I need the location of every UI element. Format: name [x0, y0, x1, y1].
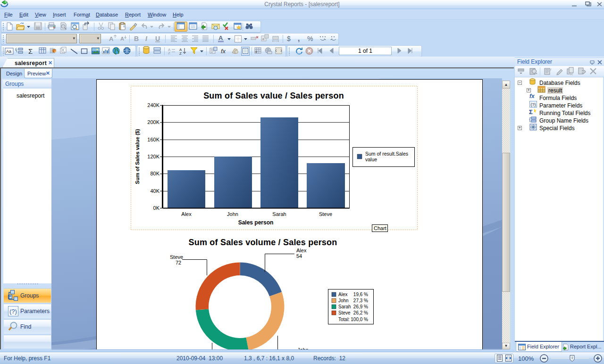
svg-text:Sarah: Sarah: [272, 211, 286, 217]
svg-text:Steve: Steve: [338, 310, 351, 315]
svg-text:(?): (?): [9, 308, 17, 315]
svg-text:fx: fx: [529, 93, 535, 99]
svg-text:(?): (?): [531, 102, 536, 107]
svg-text:Steve: Steve: [170, 254, 183, 260]
svg-text:{: {: [16, 48, 17, 52]
svg-text:I: I: [145, 35, 148, 42]
svg-text:{: {: [529, 116, 531, 122]
svg-text:240K: 240K: [147, 102, 159, 108]
svg-text:B: B: [134, 35, 139, 42]
svg-text:fx: fx: [221, 48, 226, 55]
svg-text:26,2 %: 26,2 %: [353, 310, 368, 315]
svg-text:Sum of result.Sales: Sum of result.Sales: [365, 151, 408, 157]
svg-text:Σ: Σ: [529, 108, 533, 116]
svg-text:value: value: [365, 157, 377, 162]
svg-text:72: 72: [176, 260, 181, 265]
svg-text:80K: 80K: [150, 171, 159, 176]
svg-text:Alex: Alex: [181, 211, 192, 217]
svg-text:Steve: Steve: [319, 211, 332, 217]
svg-text:A: A: [109, 35, 114, 42]
svg-text:26,9 %: 26,9 %: [353, 304, 368, 309]
svg-text:Sales person: Sales person: [238, 219, 274, 226]
svg-text:A: A: [120, 36, 124, 41]
svg-text:40K: 40K: [150, 188, 159, 194]
svg-text:Sum of Sales value / Sales per: Sum of Sales value / Sales person: [203, 91, 344, 100]
svg-text:Sum of Sales volume / Sales pe: Sum of Sales volume / Sales person: [189, 238, 337, 247]
svg-text:160K: 160K: [147, 137, 159, 142]
svg-text:$: $: [287, 35, 291, 42]
svg-text:120K: 120K: [147, 154, 159, 159]
svg-text:John: John: [338, 298, 349, 303]
svg-text:,: ,: [298, 34, 300, 42]
svg-text:a: a: [255, 50, 257, 53]
svg-text:27,3 %: 27,3 %: [353, 298, 368, 303]
svg-text:54: 54: [296, 253, 302, 259]
svg-text:Chart: Chart: [374, 225, 386, 231]
svg-text:0K: 0K: [153, 205, 160, 211]
svg-text:Alex: Alex: [338, 292, 347, 297]
svg-text:Alex: Alex: [296, 248, 307, 253]
svg-text:Aa: Aa: [6, 49, 11, 54]
svg-text:%: %: [307, 35, 313, 42]
svg-text:John: John: [227, 211, 238, 217]
svg-text:Sarah: Sarah: [338, 304, 351, 309]
svg-text:Σ: Σ: [28, 47, 33, 55]
svg-text:19,6 %: 19,6 %: [353, 292, 368, 297]
svg-text:Sum of Sales value ($): Sum of Sales value ($): [134, 129, 140, 184]
svg-text:Z: Z: [168, 51, 170, 55]
svg-text:John: John: [297, 347, 309, 349]
svg-text:U: U: [155, 35, 160, 42]
svg-text:Total:: Total:: [338, 317, 350, 322]
svg-text:A: A: [218, 34, 223, 41]
svg-text:Z: Z: [179, 51, 182, 56]
svg-text:a: a: [262, 37, 265, 41]
svg-text:200K: 200K: [147, 119, 159, 125]
svg-text:100,0 %: 100,0 %: [351, 317, 368, 322]
